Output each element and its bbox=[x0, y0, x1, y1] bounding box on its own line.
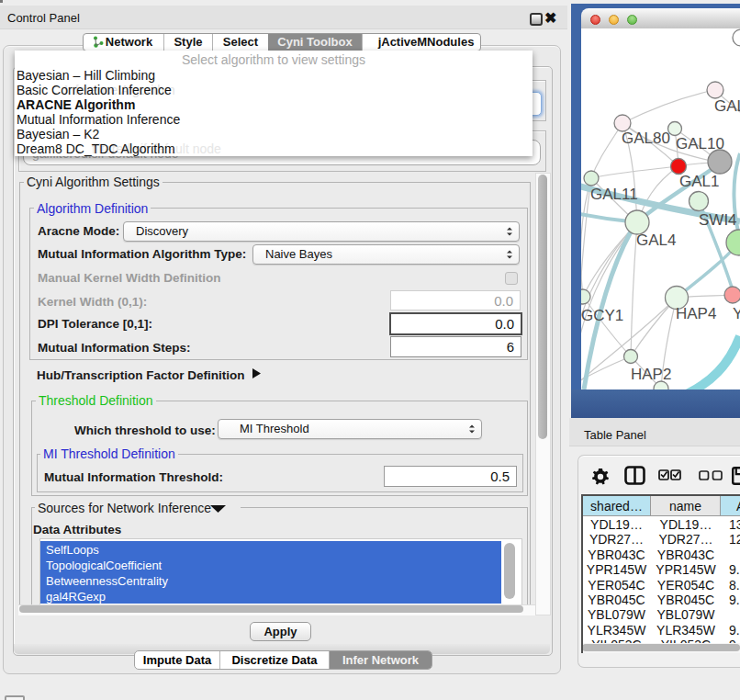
svg-text:GCY1: GCY1 bbox=[581, 307, 623, 324]
svg-text:HAP2: HAP2 bbox=[631, 366, 671, 383]
svg-text:GAL80: GAL80 bbox=[622, 130, 670, 147]
svg-text:SWI4: SWI4 bbox=[699, 211, 737, 229]
svg-text:GAL4: GAL4 bbox=[636, 231, 676, 249]
svg-text:Y: Y bbox=[733, 305, 740, 322]
svg-text:GAL11: GAL11 bbox=[590, 186, 638, 203]
svg-text:HAP4: HAP4 bbox=[676, 305, 716, 322]
svg-text:GAL10: GAL10 bbox=[676, 135, 724, 152]
svg-text:GAL1: GAL1 bbox=[679, 173, 719, 190]
svg-text:GAL: GAL bbox=[714, 97, 740, 115]
